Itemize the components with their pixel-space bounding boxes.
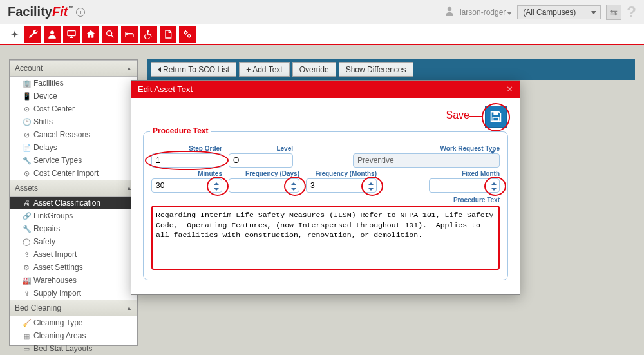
action-bar: Return To SCO List +Add Text Override Sh… (147, 59, 635, 80)
document-icon[interactable] (160, 26, 176, 43)
sidebar-item-cost-center-import[interactable]: ⊙Cost Center Import (10, 167, 137, 180)
freq-months-down[interactable] (366, 186, 375, 192)
sidebar-item-bed-stat-layouts[interactable]: ▭Bed Stat Layouts (10, 342, 137, 355)
sidebar-section-assets[interactable]: Assets▲ (10, 180, 137, 197)
close-icon[interactable]: ✕ (506, 84, 513, 94)
info-icon[interactable]: i (76, 8, 85, 17)
search-icon[interactable] (102, 26, 118, 43)
sidebar: Account▲ 🏢Facilities 📱Device ⊙Cost Cente… (9, 59, 138, 346)
sidebar-item-shifts[interactable]: 🕒Shifts (10, 115, 137, 128)
show-differences-button[interactable]: Show Differences (339, 62, 413, 77)
sidebar-item-warehouses[interactable]: 🏭Warehouses (10, 274, 137, 287)
step-order-label: Step Order (151, 145, 222, 152)
dialog-title: Edit Asset Text (138, 84, 193, 94)
freq-months-up[interactable] (366, 180, 375, 186)
svg-point-3 (107, 31, 112, 36)
fixed-month-up[interactable] (489, 180, 498, 186)
sidebar-item-linkgroups[interactable]: 🔗LinkGroups (10, 209, 137, 222)
svg-rect-2 (68, 31, 75, 36)
freq-days-label: Frequency (Days) (229, 170, 299, 177)
floppy-disk-icon (489, 110, 503, 124)
procedure-text-label: Procedure Text (453, 197, 500, 204)
sidebar-section-account[interactable]: Account▲ (10, 60, 137, 77)
save-hint-label: Save (446, 110, 469, 121)
dialog-title-bar: Edit Asset Text ✕ (131, 81, 520, 98)
sidebar-item-cost-center[interactable]: ⊙Cost Center (10, 102, 137, 115)
panel-legend: Procedure Text (150, 126, 211, 135)
sidebar-section-bed-cleaning[interactable]: Bed Cleaning▲ (10, 300, 137, 316)
monitor-icon[interactable] (63, 26, 80, 43)
wheelchair-icon[interactable] (140, 26, 157, 43)
gears-icon[interactable] (179, 26, 196, 43)
people-icon[interactable]: ⇆ (606, 5, 621, 20)
sidebar-item-facilities[interactable]: 🏢Facilities (10, 77, 137, 90)
work-request-type-label: Work Request Type (353, 145, 500, 152)
app-logo: FacilityFit™ (8, 5, 73, 19)
svg-point-7 (188, 35, 191, 37)
work-request-type-select[interactable]: Preventive (353, 153, 500, 168)
sidebar-item-repairs[interactable]: 🔧Repairs (10, 222, 137, 235)
level-label: Level (229, 145, 293, 152)
sidebar-item-cleaning-type[interactable]: 🧹Cleaning Type (10, 316, 137, 329)
main-toolbar: ✦ (0, 24, 644, 45)
fixed-month-label: Fixed Month (429, 170, 500, 177)
save-hint-line (469, 116, 482, 117)
username-label[interactable]: larson-rodger (460, 8, 512, 17)
campus-selector[interactable]: (All Campuses) (517, 5, 601, 19)
procedure-text-panel: Procedure Text Step Order Level Work Req… (143, 131, 508, 280)
sidebar-item-asset-settings[interactable]: ⚙Asset Settings (10, 261, 137, 274)
return-to-sco-button[interactable]: Return To SCO List (151, 62, 236, 77)
fixed-month-down[interactable] (489, 186, 498, 192)
home-icon[interactable] (82, 26, 99, 43)
level-input[interactable] (229, 153, 293, 168)
freq-months-label: Frequency (Months) (306, 170, 377, 177)
sidebar-item-device[interactable]: 📱Device (10, 90, 137, 102)
sidebar-item-service-types[interactable]: 🔧Service Types (10, 154, 137, 167)
wand-icon[interactable]: ✦ (6, 26, 22, 42)
sidebar-item-asset-classification[interactable]: 🖨Asset Classification (10, 197, 137, 209)
sidebar-item-delays[interactable]: 📄Delays (10, 141, 137, 154)
svg-rect-8 (493, 112, 498, 115)
step-order-input[interactable] (151, 153, 222, 168)
override-button[interactable]: Override (292, 62, 336, 77)
user-icon (444, 6, 455, 18)
sidebar-item-cancel-reasons[interactable]: ⊘Cancel Reasons (10, 128, 137, 141)
freq-days-up[interactable] (289, 180, 298, 186)
help-icon[interactable]: ? (627, 3, 636, 21)
person-icon[interactable] (44, 26, 61, 43)
minutes-up[interactable] (212, 180, 221, 186)
sidebar-item-safety[interactable]: ◯Safety (10, 235, 137, 248)
sidebar-item-supply-import[interactable]: ⇪Supply Import (10, 287, 137, 300)
sidebar-item-asset-import[interactable]: ⇪Asset Import (10, 248, 137, 261)
svg-point-1 (50, 31, 53, 34)
svg-point-4 (126, 33, 128, 35)
add-text-button[interactable]: +Add Text (239, 62, 290, 77)
freq-days-down[interactable] (289, 186, 298, 192)
sidebar-item-cleaning-areas[interactable]: ▦Cleaning Areas (10, 329, 137, 342)
procedure-text-textarea[interactable] (151, 206, 500, 270)
minutes-label: Minutes (151, 170, 222, 177)
minutes-down[interactable] (212, 186, 221, 192)
save-button[interactable] (485, 106, 507, 128)
wrench-icon[interactable] (24, 26, 41, 43)
svg-point-0 (448, 7, 451, 11)
svg-point-5 (147, 30, 149, 32)
svg-point-6 (184, 31, 187, 34)
edit-asset-text-dialog: Edit Asset Text ✕ Save Procedure Text St… (131, 80, 520, 295)
bed-icon[interactable] (121, 26, 138, 43)
svg-rect-9 (493, 117, 498, 121)
top-header: FacilityFit™ i larson-rodger (All Campus… (0, 0, 644, 24)
